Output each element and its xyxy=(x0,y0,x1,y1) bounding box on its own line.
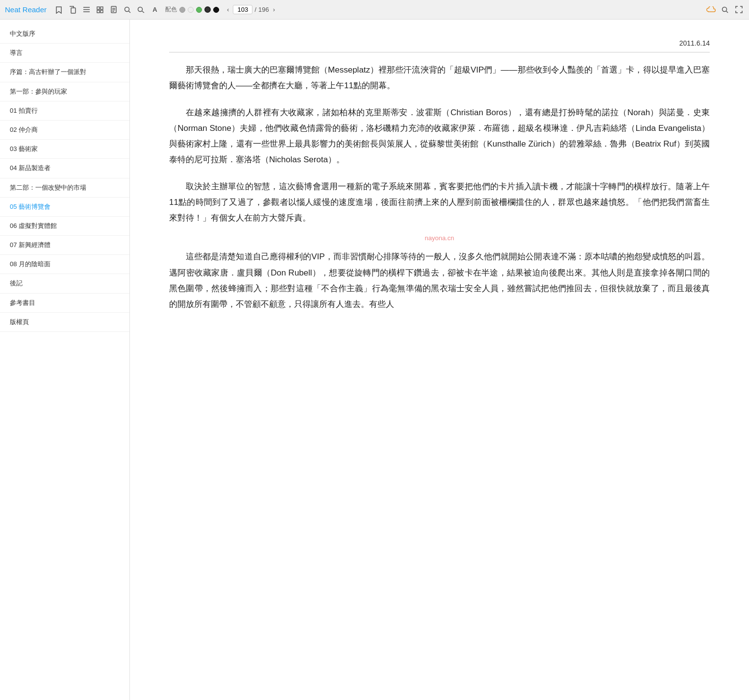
svg-rect-4 xyxy=(97,7,100,9)
paragraph-0: 那天很熱，瑞士廣大的巴塞爾博覽館（Messeplatz）裡那些汗流浹背的「超級V… xyxy=(169,62,710,94)
sidebar-item-9[interactable]: 05 藝術博覽會 xyxy=(0,198,129,217)
svg-rect-6 xyxy=(97,10,100,13)
svg-point-16 xyxy=(723,7,727,11)
svg-rect-0 xyxy=(71,8,75,13)
next-page-button[interactable]: › xyxy=(271,5,277,14)
sidebar-item-0[interactable]: 中文版序 xyxy=(0,25,129,44)
color-label: 配色 xyxy=(165,5,177,14)
svg-point-14 xyxy=(138,7,143,11)
color-section: 配色 xyxy=(165,5,219,14)
page-icon[interactable] xyxy=(108,4,119,15)
watermark: nayona.cn xyxy=(169,232,710,245)
color-dot-dark[interactable] xyxy=(204,6,211,13)
sidebar-item-3[interactable]: 第一部：參與的玩家 xyxy=(0,82,129,101)
sidebar-item-12[interactable]: 08 月的陰暗面 xyxy=(0,255,129,274)
app-title: Neat Reader xyxy=(5,5,47,14)
sidebar-item-11[interactable]: 07 新興經濟體 xyxy=(0,236,129,255)
page-number-input[interactable]: 103 xyxy=(233,5,252,14)
color-dot-light[interactable] xyxy=(188,7,194,13)
sidebar-item-2[interactable]: 序篇：高古軒辦了一個派對 xyxy=(0,63,129,82)
toolbar-right xyxy=(706,4,744,15)
sidebar-item-4[interactable]: 01 拍賣行 xyxy=(0,101,129,121)
svg-rect-7 xyxy=(100,10,103,13)
fullscreen-icon[interactable] xyxy=(733,4,744,15)
main-layout: 中文版序導言序篇：高古軒辦了一個派對第一部：參與的玩家01 拍賣行02 仲介商0… xyxy=(0,20,749,700)
sidebar-item-5[interactable]: 02 仲介商 xyxy=(0,121,129,140)
font-icon[interactable]: A xyxy=(150,4,160,15)
sidebar-item-14[interactable]: 參考書目 xyxy=(0,294,129,313)
svg-line-15 xyxy=(142,11,145,13)
color-dot-gray[interactable] xyxy=(179,7,185,13)
paragraph-2: 取決於主辦單位的智慧，這次藝博會選用一種新的電子系統來開幕，賓客要把他們的卡片插… xyxy=(169,179,710,226)
sidebar: 中文版序導言序篇：高古軒辦了一個派對第一部：參與的玩家01 拍賣行02 仲介商0… xyxy=(0,20,130,700)
bookmark-icon[interactable] xyxy=(53,4,64,15)
sidebar-item-13[interactable]: 後記 xyxy=(0,274,129,293)
search-large-icon[interactable] xyxy=(136,4,147,15)
content-area: 2011.6.14 那天很熱，瑞士廣大的巴塞爾博覽館（Messeplatz）裡那… xyxy=(130,20,749,700)
svg-rect-5 xyxy=(100,7,103,9)
svg-point-12 xyxy=(125,7,129,11)
color-dot-black[interactable] xyxy=(213,7,219,13)
paragraph-3: 這些都是清楚知道自己應得權利的VIP，而非習慣耐心排隊等待的一般人，沒多久他們就… xyxy=(169,249,710,312)
content-text: 那天很熱，瑞士廣大的巴塞爾博覽館（Messeplatz）裡那些汗流浹背的「超級V… xyxy=(169,62,710,313)
search-right-icon[interactable] xyxy=(720,4,730,15)
svg-line-17 xyxy=(726,11,728,13)
sidebar-item-8[interactable]: 第二部：一個改變中的市場 xyxy=(0,178,129,198)
sidebar-item-1[interactable]: 導言 xyxy=(0,44,129,63)
svg-line-13 xyxy=(129,11,131,13)
prev-page-button[interactable]: ‹ xyxy=(225,5,231,14)
list-icon[interactable] xyxy=(81,4,92,15)
sidebar-item-10[interactable]: 06 虛擬對實體館 xyxy=(0,217,129,236)
total-pages: 196 xyxy=(258,6,269,13)
sidebar-item-7[interactable]: 04 新品製造者 xyxy=(0,159,129,178)
toolbar: Neat Reader xyxy=(0,0,749,20)
copy-icon[interactable] xyxy=(67,4,78,15)
sidebar-item-6[interactable]: 03 藝術家 xyxy=(0,140,129,159)
page-navigation: ‹ 103 / 196 › xyxy=(225,5,277,14)
cloud-icon[interactable] xyxy=(706,4,717,15)
sidebar-item-15[interactable]: 版權頁 xyxy=(0,313,129,332)
date-line: 2011.6.14 xyxy=(169,39,710,52)
color-dot-green[interactable] xyxy=(196,7,202,13)
grid-icon[interactable] xyxy=(95,4,105,15)
page-separator: / xyxy=(254,6,256,13)
paragraph-1: 在越來越擁擠的人群裡有大收藏家，諸如柏林的克里斯蒂安．波霍斯（Christian… xyxy=(169,105,710,168)
search-small-icon[interactable] xyxy=(122,4,133,15)
